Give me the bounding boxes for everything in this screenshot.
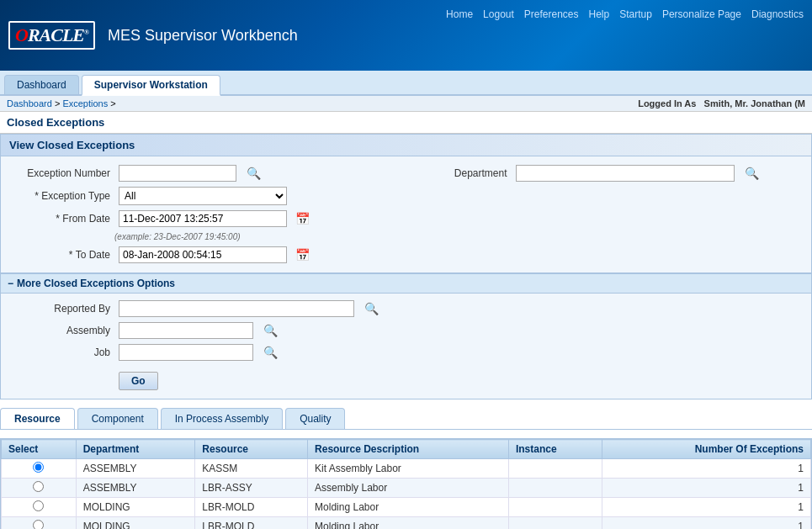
header-nav: Home Logout Preferences Help Startup Per… (446, 8, 804, 20)
app-title: MES Supervisor Workbench (108, 27, 298, 45)
row-resource: LBR-ASSY (195, 479, 308, 498)
row-select-cell[interactable] (2, 479, 77, 498)
logged-in: Logged In As Smith, Mr. Jonathan (M (638, 98, 805, 108)
breadcrumb-sep1: > (55, 98, 62, 108)
job-label: Job (18, 346, 110, 358)
row-select-cell[interactable] (2, 517, 77, 530)
page-title: Closed Exceptions (0, 112, 812, 134)
col-instance: Instance (508, 440, 602, 459)
row-instance (508, 479, 602, 498)
row-select-radio[interactable] (33, 481, 44, 492)
result-tabs: Resource Component In Process Assembly Q… (0, 408, 812, 430)
row-exceptions: 1 (602, 498, 811, 517)
row-resource: LBR-MOLD (195, 498, 308, 517)
breadcrumb-exceptions[interactable]: Exceptions (62, 98, 108, 108)
breadcrumb-sep2: > (110, 98, 115, 108)
from-date-label: * From Date (18, 213, 110, 225)
breadcrumb-dashboard[interactable]: Dashboard (7, 98, 52, 108)
form-right: Department 🔍 (423, 165, 795, 268)
more-options-collapse-icon: − (8, 278, 13, 289)
exception-number-label: Exception Number (18, 167, 110, 179)
row-exceptions: 1 (602, 479, 811, 498)
reported-by-input[interactable] (119, 300, 354, 317)
assembly-search-icon[interactable]: 🔍 (262, 324, 279, 337)
row-select-radio[interactable] (33, 462, 44, 473)
header-left: ORACLE® MES Supervisor Workbench (8, 21, 298, 50)
col-department: Department (76, 440, 195, 459)
view-section-header: View Closed Exceptions (0, 134, 812, 156)
row-description: Kit Assembly Labor (308, 459, 509, 479)
department-label: Department (423, 167, 507, 179)
col-exceptions: Number Of Exceptions (602, 440, 811, 459)
col-resource: Resource (195, 440, 308, 459)
nav-home[interactable]: Home (446, 8, 473, 20)
exception-number-search-icon[interactable]: 🔍 (245, 167, 263, 180)
row-select-cell[interactable] (2, 459, 77, 479)
tab-supervisor-workstation[interactable]: Supervisor Workstation (82, 75, 220, 96)
department-search-icon[interactable]: 🔍 (743, 167, 761, 180)
row-description: Molding Labor (308, 498, 509, 517)
main-tab-bar: Dashboard Supervisor Workstation (0, 71, 812, 96)
form-section: Exception Number 🔍 * Exception Type All … (0, 156, 812, 273)
assembly-input[interactable] (119, 322, 253, 339)
to-date-calendar-icon[interactable]: 📅 (295, 248, 310, 262)
job-input[interactable] (119, 344, 253, 361)
from-date-input[interactable] (119, 210, 287, 227)
breadcrumb-bar: Dashboard > Exceptions > Logged In As Sm… (0, 96, 812, 112)
row-select-cell[interactable] (2, 498, 77, 517)
to-date-label: * To Date (18, 249, 110, 261)
row-department: ASSEMBLY (76, 479, 195, 498)
nav-help[interactable]: Help (589, 8, 610, 20)
row-resource: LBR-MOLD (195, 517, 308, 530)
exception-type-row: * Exception Type All Quality Process Equ… (18, 187, 390, 205)
row-department: MOLDING (76, 517, 195, 530)
row-description: Assembly Labor (308, 479, 509, 498)
nav-startup[interactable]: Startup (619, 8, 652, 20)
reported-by-label: Reported By (18, 303, 110, 315)
job-search-icon[interactable]: 🔍 (262, 346, 279, 359)
more-options-label: More Closed Exceptions Options (17, 278, 175, 289)
reported-by-row: Reported By 🔍 (18, 300, 794, 317)
data-table-wrapper: Select Department Resource Resource Desc… (0, 438, 812, 529)
exception-type-label: * Exception Type (18, 190, 110, 202)
more-options-header[interactable]: − More Closed Exceptions Options (0, 273, 812, 294)
nav-logout[interactable]: Logout (483, 8, 514, 20)
department-input[interactable] (516, 165, 735, 182)
go-button[interactable]: Go (119, 372, 158, 390)
row-instance (508, 517, 602, 530)
to-date-input[interactable] (119, 246, 287, 263)
row-instance (508, 459, 602, 479)
exception-number-row: Exception Number 🔍 (18, 165, 390, 182)
to-date-row: * To Date 📅 (18, 246, 390, 263)
result-tab-quality[interactable]: Quality (285, 408, 345, 429)
from-date-hint: (example: 23-Dec-2007 19:45:00) (114, 232, 390, 241)
nav-diagnostics[interactable]: Diagnostics (751, 8, 804, 20)
form-left: Exception Number 🔍 * Exception Type All … (18, 165, 390, 268)
nav-personalize[interactable]: Personalize Page (662, 8, 741, 20)
department-row: Department 🔍 (423, 165, 795, 182)
result-tab-in-process-assembly[interactable]: In Process Assembly (161, 408, 283, 429)
tab-dashboard[interactable]: Dashboard (4, 75, 79, 94)
from-date-row: * From Date 📅 (18, 210, 390, 227)
col-select: Select (2, 440, 77, 459)
job-row: Job 🔍 (18, 344, 794, 361)
row-exceptions: 1 (602, 459, 811, 479)
row-select-radio[interactable] (33, 500, 44, 511)
row-description: Molding Labor (308, 517, 509, 530)
result-tab-resource[interactable]: Resource (0, 408, 75, 429)
exception-number-input[interactable] (119, 165, 236, 182)
logged-in-label: Logged In As (638, 98, 696, 108)
col-description: Resource Description (308, 440, 509, 459)
header: ORACLE® MES Supervisor Workbench Home Lo… (0, 0, 812, 71)
nav-preferences[interactable]: Preferences (524, 8, 579, 20)
from-date-calendar-icon[interactable]: 📅 (295, 212, 310, 225)
row-select-radio[interactable] (33, 520, 44, 529)
breadcrumb: Dashboard > Exceptions > (7, 98, 116, 108)
reported-by-search-icon[interactable]: 🔍 (363, 302, 380, 315)
row-department: ASSEMBLY (76, 459, 195, 479)
row-department: MOLDING (76, 498, 195, 517)
row-resource: KASSM (195, 459, 308, 479)
result-tab-component[interactable]: Component (77, 408, 158, 429)
exception-type-select[interactable]: All Quality Process Equipment (119, 187, 287, 205)
assembly-row: Assembly 🔍 (18, 322, 794, 339)
